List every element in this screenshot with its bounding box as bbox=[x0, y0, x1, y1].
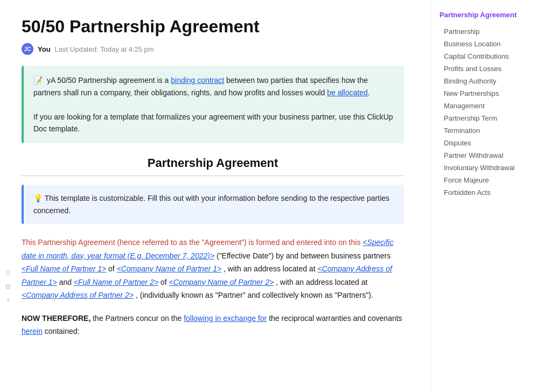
sidebar-item-disputes[interactable]: Disputes bbox=[440, 137, 536, 149]
sidebar-item-partner-withdrawal[interactable]: Partner Withdrawal bbox=[440, 149, 536, 162]
company1-name-link[interactable]: <Company Name of Partner 1> bbox=[117, 264, 222, 273]
drag-handle-icon[interactable]: ⠿ bbox=[5, 269, 11, 277]
main-content: 50/50 Partnership Agreement JC You Last … bbox=[0, 0, 426, 392]
company2-name-link[interactable]: <Company Name of Partner 2> bbox=[169, 278, 274, 286]
sidebar-item-business-location[interactable]: Business Location bbox=[440, 38, 536, 50]
avatar: JC bbox=[22, 43, 33, 55]
sidebar-item-involuntary-withdrawal[interactable]: Involuntary Withdrawal bbox=[440, 162, 536, 174]
sidebar-item-capital-contributions[interactable]: Capital Contributions bbox=[440, 50, 536, 62]
sidebar-item-partnership-term[interactable]: Partnership Term bbox=[440, 112, 536, 124]
sidebar-heading: Partnership Agreement bbox=[440, 11, 536, 19]
lightbulb-icon: 💡 bbox=[33, 194, 45, 202]
partner1-name-link[interactable]: <Full Name of Partner 1> bbox=[22, 264, 106, 273]
sidebar-item-binding-authority[interactable]: Binding Authority bbox=[440, 75, 536, 87]
sidebar-item-management[interactable]: Management bbox=[440, 100, 536, 112]
callout-blue: 💡 This template is customizable. Fill th… bbox=[22, 185, 404, 224]
now-therefore-text: NOW THEREFORE, bbox=[22, 314, 90, 323]
settings-icon[interactable]: ⚙ bbox=[5, 283, 11, 291]
body-paragraph-1: This Partnership Agreement (hence referr… bbox=[22, 236, 404, 302]
binding-contract-link[interactable]: binding contract bbox=[171, 76, 224, 85]
sidebar-item-partnership[interactable]: Partnership bbox=[440, 25, 536, 38]
be-allocated-link[interactable]: be allocated bbox=[327, 88, 368, 97]
callout-green: 📝 yA 50/50 Partnership agreement is a bi… bbox=[22, 66, 404, 143]
company2-address-link[interactable]: <Company Address of Partner 2> bbox=[22, 291, 134, 299]
section-heading: Partnership Agreement bbox=[22, 156, 404, 170]
last-updated-label: Last Updated: Today at 4:25 pm bbox=[55, 45, 154, 53]
red-intro-text: This Partnership Agreement (hence referr… bbox=[22, 238, 360, 247]
add-icon[interactable]: + bbox=[6, 296, 10, 304]
right-sidebar: Partnership Agreement PartnershipBusines… bbox=[431, 0, 544, 392]
section-divider bbox=[22, 176, 404, 176]
memo-icon: 📝 bbox=[33, 76, 43, 85]
sidebar-item-profits-and-losses[interactable]: Profits and Losses bbox=[440, 62, 536, 75]
author-row: JC You Last Updated: Today at 4:25 pm bbox=[22, 43, 404, 55]
page-title: 50/50 Partnership Agreement bbox=[22, 16, 404, 37]
sidebar-nav: PartnershipBusiness LocationCapital Cont… bbox=[440, 25, 536, 199]
herein-link[interactable]: herein bbox=[22, 327, 43, 335]
author-name: You bbox=[38, 45, 51, 53]
partner2-name-link[interactable]: <Full Name of Partner 2> bbox=[74, 278, 158, 286]
left-gutter: ⠿ ⚙ + bbox=[0, 269, 16, 304]
sidebar-item-new-partnerships[interactable]: New Partnerships bbox=[440, 87, 536, 100]
following-link[interactable]: following in exchange for bbox=[184, 314, 267, 323]
sidebar-item-force-majeure[interactable]: Force Majeure bbox=[440, 174, 536, 186]
sidebar-item-termination[interactable]: Termination bbox=[440, 124, 536, 137]
body-paragraph-2: NOW THEREFORE, the Partners concur on th… bbox=[22, 312, 404, 338]
sidebar-item-forbidden-acts[interactable]: Forbidden Acts bbox=[440, 186, 536, 199]
